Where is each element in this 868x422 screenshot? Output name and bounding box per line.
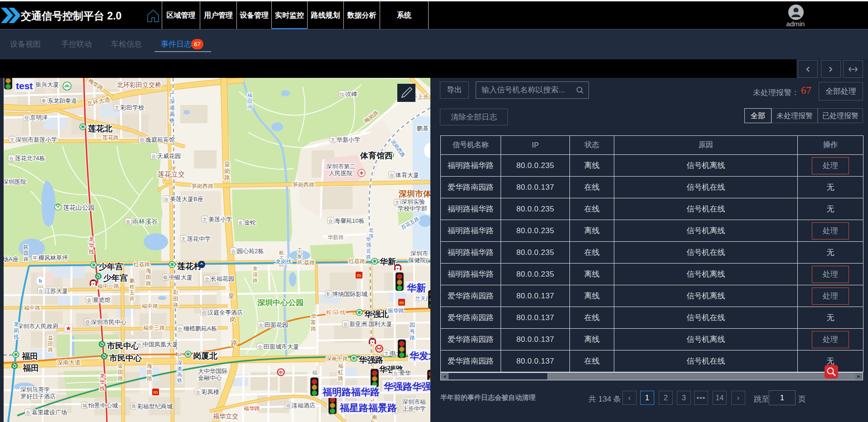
- svg-text:美莲小学: 美莲小学: [208, 216, 232, 223]
- svg-text:深圳市福: 深圳市福: [402, 398, 426, 405]
- svg-text:b: b: [39, 278, 42, 283]
- svg-text:福中路: 福中路: [141, 303, 158, 309]
- svg-text:华强路华强北: 华强路华强北: [383, 381, 430, 392]
- svg-text:河: 河: [247, 104, 252, 110]
- svg-text:虹: 虹: [338, 369, 343, 375]
- svg-text:华: 华: [100, 379, 106, 385]
- svg-text:高: 高: [177, 372, 182, 377]
- svg-text:拳: 拳: [42, 98, 46, 103]
- svg-text:上步中学: 上步中学: [402, 405, 426, 412]
- svg-text:深圳市第二: 深圳市第二: [326, 163, 356, 170]
- svg-text:深圳医院: 深圳医院: [4, 178, 26, 185]
- svg-text:铁: 铁: [169, 117, 175, 124]
- svg-text:东龙跆拳道: 东龙跆拳道: [48, 97, 77, 104]
- svg-text:中银大厦: 中银大厦: [169, 274, 193, 281]
- svg-text:华: 华: [89, 242, 95, 249]
- svg-text:新亚洲.国利大厦: 新亚洲.国利大厦: [349, 321, 392, 327]
- svg-text:福中三路: 福中三路: [143, 325, 165, 331]
- svg-text:大中华国际: 大中华国际: [198, 368, 227, 374]
- svg-text:爱华: 爱华: [399, 369, 411, 376]
- svg-text:华新: 华新: [406, 283, 426, 293]
- svg-text:椰风林草坪: 椰风林草坪: [39, 254, 68, 261]
- svg-text:合: 合: [151, 153, 156, 158]
- svg-text:金: 金: [117, 363, 123, 369]
- svg-text:逸庭苑宾馆: 逸庭苑宾馆: [145, 136, 175, 143]
- svg-text:友: 友: [253, 266, 258, 271]
- svg-text:华强路: 华强路: [358, 355, 383, 364]
- svg-text:田: 田: [48, 341, 53, 346]
- svg-text:海: 海: [146, 268, 151, 274]
- svg-text:田: 田: [24, 250, 29, 256]
- svg-text:深圳市民中心: 深圳市民中心: [91, 319, 127, 326]
- svg-text:市民中心: 市民中心: [109, 354, 142, 363]
- svg-text:华发北: 华发北: [409, 350, 430, 361]
- svg-text:路: 路: [253, 278, 258, 283]
- svg-text:场A座: 场A座: [4, 256, 19, 263]
- svg-text:文: 文: [395, 200, 400, 205]
- svg-text:振兴大厦: 振兴大厦: [35, 81, 59, 88]
- svg-text:高: 高: [169, 111, 175, 117]
- svg-text:金: 金: [238, 220, 243, 225]
- svg-text:路: 路: [130, 296, 135, 301]
- svg-text:深圳实验: 深圳实验: [401, 198, 425, 205]
- svg-text:福: 福: [247, 92, 252, 98]
- svg-text:福中一路: 福中一路: [97, 283, 119, 289]
- svg-text:橄榄鹏苑A栋: 橄榄鹏苑A栋: [183, 325, 217, 332]
- svg-text:罗好日子酒店: 罗好日子酒店: [20, 393, 56, 400]
- svg-text:嘉里建设广场: 嘉里建设广场: [32, 409, 67, 416]
- svg-text:宿: 宿: [202, 310, 206, 315]
- svg-text:田: 田: [247, 98, 252, 104]
- svg-text:宿: 宿: [24, 115, 29, 120]
- svg-text:合: 合: [164, 197, 169, 201]
- svg-text:test: test: [16, 81, 33, 91]
- svg-text:福: 福: [338, 363, 343, 369]
- svg-text:线: 线: [100, 385, 105, 392]
- svg-text:合: 合: [205, 276, 209, 281]
- svg-text:金蛇: 金蛇: [244, 219, 256, 226]
- svg-text:福: 福: [312, 369, 318, 376]
- svg-text:笋岗西路: 笋岗西路: [192, 183, 213, 189]
- svg-text:中: 中: [279, 370, 283, 375]
- svg-text:学校中学部: 学校中学部: [398, 205, 427, 212]
- svg-text:宿: 宿: [286, 403, 290, 408]
- svg-text:文: 文: [203, 217, 207, 222]
- svg-text:福星路福景路: 福星路福景路: [339, 403, 397, 413]
- svg-text:莲花立交: 莲花立交: [158, 170, 185, 178]
- svg-text:福田: 福田: [22, 364, 39, 373]
- svg-text:金融中心: 金融中心: [198, 374, 222, 381]
- svg-text:福华路: 福华路: [243, 405, 260, 412]
- svg-text:田面城市大厦: 田面城市大厦: [264, 343, 299, 350]
- svg-text:展览馆: 展览馆: [93, 297, 111, 303]
- svg-text:岗: 岗: [224, 168, 230, 174]
- svg-text:铁: 铁: [177, 378, 182, 383]
- svg-text:莲花山公园: 莲花山公园: [63, 204, 95, 211]
- svg-text:华新路: 华新路: [328, 234, 344, 240]
- svg-text:福中路: 福中路: [24, 305, 40, 311]
- svg-text:深圳市体育: 深圳市体育: [398, 189, 430, 198]
- svg-text:深圳市: 深圳市: [410, 250, 428, 257]
- svg-text:合: 合: [343, 321, 348, 326]
- svg-text:路: 路: [231, 339, 237, 346]
- svg-text:银: 银: [163, 275, 168, 280]
- svg-text:广: 广: [169, 92, 175, 98]
- svg-text:仙: 仙: [339, 91, 344, 96]
- svg-text:田: 田: [173, 296, 178, 302]
- svg-text:田: 田: [146, 274, 151, 280]
- svg-text:港: 港: [177, 366, 182, 371]
- svg-text:博纳国际影城: 博纳国际影城: [332, 291, 367, 297]
- svg-text:富: 富: [311, 319, 316, 326]
- svg-text:福华立交: 福华立交: [213, 412, 238, 420]
- svg-text:文: 文: [115, 105, 119, 110]
- svg-text:京明洋: 京明洋: [30, 114, 48, 121]
- svg-text:路: 路: [311, 326, 316, 332]
- svg-text:华新: 华新: [379, 257, 396, 266]
- svg-text:路: 路: [410, 335, 415, 341]
- svg-text:路: 路: [24, 256, 29, 262]
- svg-text:m: m: [154, 389, 158, 395]
- svg-text:合: 合: [259, 322, 263, 327]
- svg-text:@: @: [85, 320, 90, 325]
- svg-text:北: 北: [366, 248, 371, 254]
- svg-text:莲花路: 莲花路: [102, 134, 119, 141]
- svg-text:岗: 岗: [14, 327, 19, 334]
- svg-text:合: 合: [137, 342, 141, 347]
